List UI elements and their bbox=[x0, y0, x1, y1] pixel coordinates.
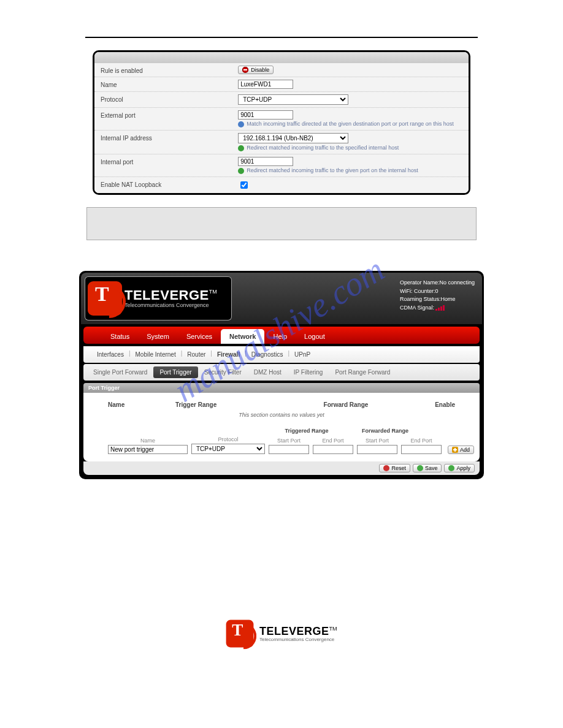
redirect-icon bbox=[238, 168, 244, 174]
save-button[interactable]: Save bbox=[413, 464, 442, 472]
add-label-protocol: Protocol bbox=[191, 436, 265, 442]
subnav-upnp[interactable]: UPnP bbox=[289, 350, 315, 359]
label-rule-enabled: Rule is enabled bbox=[101, 66, 238, 74]
reset-label: Reset bbox=[391, 465, 406, 471]
reset-icon bbox=[383, 465, 389, 471]
add-fwd-start-input[interactable] bbox=[357, 445, 397, 454]
logo-mark-icon bbox=[88, 281, 122, 316]
subnav-interfaces[interactable]: Interfaces bbox=[92, 350, 129, 359]
label-external-port: External port bbox=[101, 110, 238, 119]
add-label-name: Name bbox=[108, 438, 188, 444]
add-icon bbox=[452, 447, 458, 453]
redirect-icon bbox=[238, 145, 244, 151]
reset-button[interactable]: Reset bbox=[379, 464, 410, 472]
port-forward-rule-panel: Rule is enabled Disable Name Protocol TC… bbox=[93, 50, 470, 195]
brand-logo: TELEVERGETM Telecommunications Convergen… bbox=[85, 276, 232, 320]
port-trigger-section: Name Trigger Range Forward Range Enable … bbox=[83, 393, 480, 461]
col-name: Name bbox=[108, 401, 175, 408]
col-trigger: Trigger Range bbox=[175, 401, 274, 408]
save-label: Save bbox=[425, 465, 438, 471]
nav-status[interactable]: Status bbox=[102, 329, 138, 344]
hdr-triggered-range: Triggered Range bbox=[267, 428, 346, 434]
action-buttons: Reset Save Apply bbox=[83, 461, 480, 475]
col-forward: Forward Range bbox=[274, 401, 418, 408]
internal-port-hint: Redirect matched incoming traffic to the… bbox=[247, 167, 418, 174]
subnav-router[interactable]: Router bbox=[182, 350, 210, 359]
panel-titlebar bbox=[94, 52, 469, 63]
footer-brand: TELEVERGE bbox=[259, 625, 329, 637]
apply-icon bbox=[448, 465, 454, 471]
label-protocol: Protocol bbox=[101, 94, 238, 103]
router-header: TELEVERGETM Telecommunications Convergen… bbox=[81, 273, 482, 324]
add-protocol-select[interactable]: TCP+UDP bbox=[191, 444, 265, 454]
subnav-mobile-internet[interactable]: Mobile Internet bbox=[131, 350, 181, 359]
add-name-input[interactable] bbox=[108, 445, 188, 454]
footer-tagline: Telecommunications Convergence bbox=[259, 637, 337, 642]
subnav-firewall[interactable]: Firewall bbox=[212, 350, 245, 359]
protocol-select[interactable]: TCP+UDP bbox=[238, 94, 348, 105]
subnav-diagnostics[interactable]: Diagnostics bbox=[247, 350, 288, 359]
nav-system[interactable]: System bbox=[138, 329, 178, 344]
page-top-rule bbox=[85, 37, 478, 38]
nav-help[interactable]: Help bbox=[264, 329, 296, 344]
label-internal-ip: Internal IP address bbox=[101, 133, 238, 142]
add-trig-end-input[interactable] bbox=[313, 445, 353, 454]
brand-name: TELEVERGE bbox=[124, 287, 209, 303]
external-port-hint: Match incoming traffic directed at the g… bbox=[247, 121, 454, 127]
main-nav: Status System Services Network Help Logo… bbox=[83, 327, 480, 344]
add-label-trig-start: Start Port bbox=[269, 438, 309, 444]
nav-network[interactable]: Network bbox=[221, 329, 264, 344]
tab-security-filter[interactable]: Security Filter bbox=[198, 366, 248, 378]
internal-ip-hint: Redirect matched incoming traffic to the… bbox=[247, 145, 399, 151]
tab-port-trigger[interactable]: Port Trigger bbox=[153, 366, 197, 378]
brand-tagline: Telecommunications Convergence bbox=[124, 302, 217, 308]
empty-message: This section contains no values yet bbox=[108, 412, 455, 418]
internal-ip-select[interactable]: 192.168.1.194 (Ubn-NB2) bbox=[238, 133, 348, 143]
add-label-trig-end: End Port bbox=[313, 438, 353, 444]
signal-bars-icon bbox=[435, 305, 445, 311]
add-button[interactable]: Add bbox=[448, 446, 474, 454]
footer-logo: TELEVERGETM Telecommunications Convergen… bbox=[220, 614, 343, 653]
connection-status: Operator Name:No connecting WiFi: Counte… bbox=[393, 273, 482, 324]
internal-port-input[interactable] bbox=[238, 157, 293, 166]
save-icon bbox=[417, 465, 423, 471]
firewall-tabs: Single Port Forward Port Trigger Securit… bbox=[83, 364, 480, 381]
router-admin-panel: TELEVERGETM Telecommunications Convergen… bbox=[79, 271, 484, 479]
status-wifi: WiFi: Counter:0 bbox=[400, 287, 475, 296]
label-name: Name bbox=[101, 80, 238, 88]
logo-mark-icon bbox=[226, 620, 254, 648]
sub-nav: Interfaces| Mobile Internet| Router| Fir… bbox=[83, 346, 480, 363]
note-box bbox=[86, 207, 477, 240]
status-signal-label: CDMA Signal: bbox=[400, 305, 434, 311]
apply-button[interactable]: Apply bbox=[444, 464, 475, 472]
disable-button[interactable]: Disable bbox=[238, 66, 274, 74]
footer-tm: TM bbox=[329, 626, 337, 632]
hdr-forwarded-range: Forwarded Range bbox=[346, 428, 424, 434]
add-button-label: Add bbox=[460, 447, 470, 453]
brand-tm: TM bbox=[209, 289, 217, 295]
tab-dmz-host[interactable]: DMZ Host bbox=[248, 366, 288, 378]
name-input[interactable] bbox=[238, 80, 293, 89]
add-label-fwd-end: End Port bbox=[401, 438, 442, 444]
add-label-fwd-start: Start Port bbox=[357, 438, 397, 444]
add-fwd-end-input[interactable] bbox=[401, 445, 442, 454]
label-internal-port: Internal port bbox=[101, 157, 238, 165]
nat-loopback-checkbox[interactable] bbox=[240, 181, 248, 189]
stop-icon bbox=[242, 67, 248, 73]
nav-logout[interactable]: Logout bbox=[296, 329, 334, 344]
apply-label: Apply bbox=[456, 465, 470, 471]
tab-single-port-forward[interactable]: Single Port Forward bbox=[87, 366, 153, 378]
external-port-input[interactable] bbox=[238, 110, 293, 119]
section-title: Port Trigger bbox=[83, 383, 480, 393]
info-icon bbox=[238, 121, 244, 127]
add-trig-start-input[interactable] bbox=[269, 445, 309, 454]
col-enable: Enable bbox=[418, 401, 455, 408]
status-operator: Operator Name:No connecting bbox=[400, 279, 475, 287]
disable-button-label: Disable bbox=[251, 67, 269, 73]
nav-services[interactable]: Services bbox=[178, 329, 221, 344]
label-nat-loopback: Enable NAT Loopback bbox=[101, 180, 238, 188]
status-roaming: Roaming Status:Home bbox=[400, 295, 475, 304]
tab-port-range-forward[interactable]: Port Range Forward bbox=[329, 366, 396, 378]
tab-ip-filtering[interactable]: IP Filtering bbox=[288, 366, 329, 378]
